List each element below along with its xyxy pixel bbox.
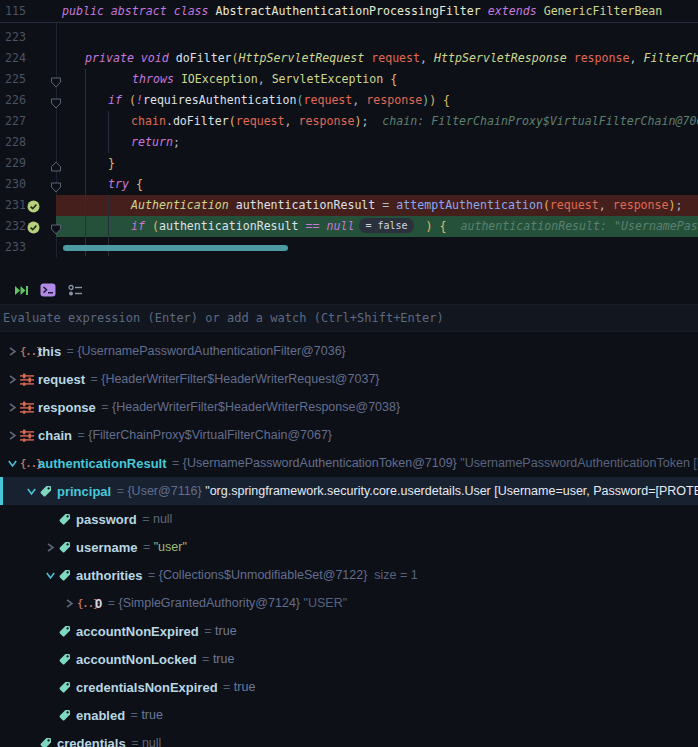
breakpoint-verified-icon[interactable] xyxy=(27,220,40,241)
code-text: Authentication authenticationResult = at… xyxy=(62,195,683,216)
code-token xyxy=(537,4,544,18)
code-token: { xyxy=(390,72,397,86)
tag-icon xyxy=(58,652,76,666)
fold-up-icon[interactable] xyxy=(50,158,62,179)
value-part: = xyxy=(63,344,77,358)
variable-row-password[interactable]: password = null xyxy=(0,505,698,533)
code-token xyxy=(229,198,236,212)
chevron-right-icon[interactable] xyxy=(5,372,20,386)
code-line-228[interactable]: 228return; xyxy=(0,132,698,153)
chevron-right-icon[interactable] xyxy=(5,344,20,358)
run-to-cursor-button[interactable] xyxy=(12,281,30,299)
code-line-227[interactable]: 227chain.doFilter(request, response); ch… xyxy=(0,111,698,132)
chevron-right-icon[interactable] xyxy=(43,540,58,554)
chevron-spacer xyxy=(43,624,58,638)
line-number[interactable]: 226 xyxy=(0,90,26,111)
code-line-229[interactable]: 229} xyxy=(0,153,698,174)
variable-row-authorities[interactable]: authorities = {Collections$UnmodifiableS… xyxy=(0,561,698,589)
variable-row-0[interactable]: {..}0 = {SimpleGrantedAuthority@7124} "U… xyxy=(0,589,698,617)
evaluated-value-badge: = false xyxy=(359,218,413,233)
variable-row-response[interactable]: response = {HeaderWriterFilter$HeaderWri… xyxy=(0,393,698,421)
code-token: , xyxy=(285,114,299,128)
code-line-224[interactable]: 224private void doFilter(HttpServletRequ… xyxy=(0,48,698,69)
breakpoint-verified-icon[interactable] xyxy=(27,199,40,220)
line-number[interactable]: 223 xyxy=(0,27,26,48)
open-console-button[interactable] xyxy=(39,281,57,299)
chevron-spacer xyxy=(43,512,58,526)
chevron-down-icon[interactable] xyxy=(43,568,58,582)
line-number[interactable]: 233 xyxy=(0,237,26,258)
variable-row-authenticationResult[interactable]: {..}authenticationResult = {UsernamePass… xyxy=(0,449,698,477)
code-token xyxy=(433,219,440,233)
code-token: request xyxy=(303,93,352,107)
chevron-down-icon[interactable] xyxy=(5,456,20,470)
value-part: null xyxy=(142,736,161,747)
variable-row-credentials[interactable]: credentials = null xyxy=(0,729,698,747)
line-number[interactable]: 115 xyxy=(0,0,26,22)
variable-row-credentialsNonExpired[interactable]: credentialsNonExpired = true xyxy=(0,673,698,701)
code-text: throws IOException, ServletException { xyxy=(62,69,397,90)
value-part: {SimpleGrantedAuthority@7124} xyxy=(118,596,300,610)
variable-row-principal[interactable]: principal = {User@7116} "org.springframe… xyxy=(0,477,698,505)
fold-down-icon[interactable] xyxy=(50,95,62,116)
line-number[interactable]: 232 xyxy=(0,216,26,237)
line-number[interactable]: 225 xyxy=(0,69,26,90)
line-number[interactable]: 228 xyxy=(0,132,26,153)
variable-row-chain[interactable]: chain = {FilterChainProxy$VirtualFilterC… xyxy=(0,421,698,449)
variable-row-username[interactable]: username = "user" xyxy=(0,533,698,561)
evaluate-expression-input[interactable]: Evaluate expression (Enter) or add a wat… xyxy=(0,304,698,332)
code-token: GenericFilterBean xyxy=(544,4,663,18)
variable-value: = null xyxy=(139,512,173,526)
variable-value: = true xyxy=(220,680,256,694)
chevron-right-icon[interactable] xyxy=(5,428,20,442)
tag-icon xyxy=(58,568,76,582)
horizontal-scrollbar[interactable] xyxy=(63,245,288,251)
code-token: IOException xyxy=(181,72,258,86)
code-line-226[interactable]: 226if (!requiresAuthentication(request, … xyxy=(0,90,698,111)
code-token: , xyxy=(599,198,613,212)
fold-down-icon[interactable] xyxy=(50,179,62,200)
variable-row-accountNonExpired[interactable]: accountNonExpired = true xyxy=(0,617,698,645)
variable-name: principal xyxy=(57,484,111,499)
layout-options-button[interactable] xyxy=(66,281,84,299)
chevron-right-icon[interactable] xyxy=(62,596,77,610)
code-text: if (!requiresAuthentication(request, res… xyxy=(62,90,450,111)
fold-down-icon[interactable] xyxy=(50,74,62,95)
line-number[interactable]: 227 xyxy=(0,111,26,132)
code-line-223[interactable]: 223 xyxy=(0,27,698,48)
value-part: = xyxy=(127,708,141,722)
code-line-232[interactable]: 232if (authenticationResult == null= fal… xyxy=(0,216,698,237)
param-icon xyxy=(20,372,38,386)
code-token: ) xyxy=(669,198,676,212)
fold-down-icon[interactable] xyxy=(50,221,62,242)
variable-name: enabled xyxy=(76,708,125,723)
variable-row-accountNonLocked[interactable]: accountNonLocked = true xyxy=(0,645,698,673)
chevron-right-icon[interactable] xyxy=(5,400,20,414)
variable-name: credentials xyxy=(57,736,126,747)
code-line-231[interactable]: 231Authentication authenticationResult =… xyxy=(0,195,698,216)
variable-row-this[interactable]: {..}this = {UsernamePasswordAuthenticati… xyxy=(0,337,698,365)
code-token xyxy=(481,4,488,18)
code-token: = xyxy=(375,198,396,212)
code-token: null xyxy=(326,219,354,233)
selection-accent-bar xyxy=(0,477,3,505)
line-number[interactable]: 229 xyxy=(0,153,26,174)
code-token: AbstractAuthenticationProcessingFilter xyxy=(216,4,481,18)
variable-row-request[interactable]: request = {HeaderWriterFilter$HeaderWrit… xyxy=(0,365,698,393)
code-editor[interactable]: 115public abstract class AbstractAuthent… xyxy=(0,0,698,258)
line-number[interactable]: 231 xyxy=(0,195,26,216)
line-number[interactable]: 224 xyxy=(0,48,26,69)
value-part: true xyxy=(213,652,235,666)
sticky-class-declaration-line[interactable]: 115public abstract class AbstractAuthent… xyxy=(0,0,698,23)
variable-row-enabled[interactable]: enabled = true xyxy=(0,701,698,729)
chevron-down-icon[interactable] xyxy=(24,484,39,498)
variable-value: = {SimpleGrantedAuthority@7124} "USER" xyxy=(104,596,347,610)
code-token: Authentication xyxy=(131,198,229,212)
code-token: attemptAuthentication xyxy=(396,198,543,212)
code-token xyxy=(419,219,426,233)
value-part: = xyxy=(139,540,153,554)
code-line-230[interactable]: 230try { xyxy=(0,174,698,195)
tag-icon xyxy=(58,540,76,554)
line-number[interactable]: 230 xyxy=(0,174,26,195)
code-line-225[interactable]: 225throws IOException, ServletException … xyxy=(0,69,698,90)
